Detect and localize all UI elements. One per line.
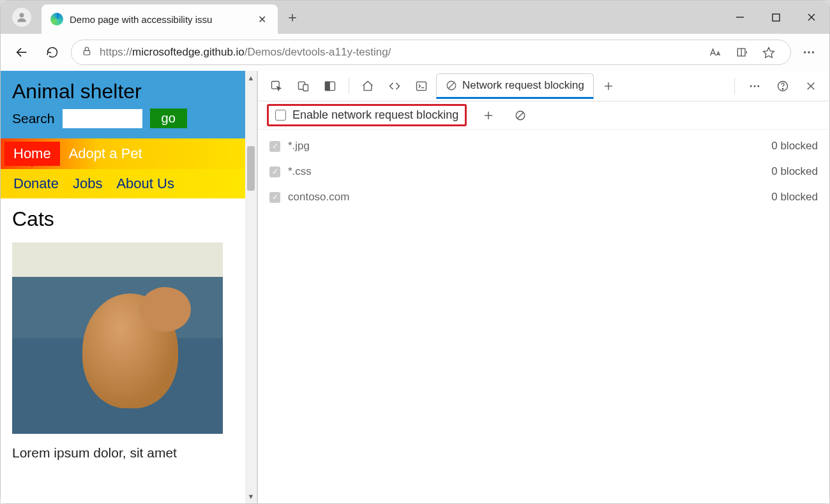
pattern-row[interactable]: ✓ *.css 0 blocked [258,159,829,184]
minimize-button[interactable] [722,1,758,34]
close-window-button[interactable] [794,1,829,34]
enable-blocking-highlight: Enable network request blocking [267,104,467,126]
blocking-toolbar: Enable network request blocking [258,101,829,130]
add-tab-button[interactable] [596,74,621,98]
page-viewport: Animal shelter Search go Home Adopt a Pe… [1,71,257,503]
book-speaker-icon [736,46,748,59]
device-toggle-button[interactable] [291,74,315,98]
ellipsis-icon [802,45,816,59]
svg-rect-13 [303,84,308,91]
pattern-checkbox[interactable]: ✓ [269,141,280,152]
pattern-row[interactable]: ✓ contoso.com 0 blocked [258,184,829,210]
console-tab-button[interactable] [409,74,434,98]
ellipsis-icon [748,80,761,93]
tab-title: Demo page with accessibility issu [70,14,249,25]
arrow-left-icon [15,45,29,59]
console-icon [415,80,428,93]
sub-nav: Donate Jobs About Us [1,169,245,198]
scroll-down-icon[interactable]: ▼ [245,491,257,502]
subnav-donate[interactable]: Donate [13,175,59,192]
reading-mode-button[interactable] [730,41,753,64]
pattern-count: 0 blocked [771,140,818,152]
pattern-count: 0 blocked [771,165,818,178]
svg-rect-2 [773,14,780,21]
svg-point-22 [750,85,752,87]
scroll-up-icon[interactable]: ▲ [245,72,257,84]
svg-point-10 [812,51,814,53]
read-aloud-button[interactable] [704,41,727,64]
maximize-icon [772,13,780,22]
text-size-icon [709,46,721,59]
devtools-pane: Network request blocking Enable network … [257,71,829,503]
elements-tab-button[interactable] [382,74,407,98]
maximize-button[interactable] [758,1,794,34]
plus-icon [603,80,614,92]
new-tab-button[interactable]: ＋ [278,1,307,34]
add-pattern-button[interactable] [478,105,499,126]
close-icon [807,13,816,22]
cat-image [12,242,223,434]
pattern-list: ✓ *.jpg 0 blocked ✓ *.css 0 blocked ✓ co… [258,130,829,214]
svg-rect-15 [326,82,330,90]
lorem-text: Lorem ipsum dolor, sit amet [12,445,234,461]
pattern-text: contoso.com [288,191,349,204]
main-nav: Home Adopt a Pet [1,138,245,169]
enable-blocking-checkbox[interactable] [275,110,286,121]
content-area: Animal shelter Search go Home Adopt a Pe… [1,71,829,503]
welcome-tab-button[interactable] [356,74,380,98]
search-label: Search [12,111,55,126]
address-bar[interactable]: https://microsoftedge.github.io/Demos/de… [71,40,791,65]
enable-blocking-label: Enable network request blocking [292,108,458,122]
pattern-count: 0 blocked [771,191,818,204]
svg-point-8 [804,51,806,53]
url-text: https://microsoftedge.github.io/Demos/de… [100,46,391,59]
browser-toolbar: https://microsoftedge.github.io/Demos/de… [1,34,829,71]
profile-button[interactable] [12,8,31,27]
scroll-thumb[interactable] [247,146,255,191]
subnav-jobs[interactable]: Jobs [73,175,102,192]
pattern-text: *.css [288,165,312,178]
svg-rect-6 [84,50,89,55]
svg-line-32 [518,112,524,118]
svg-point-26 [782,88,783,89]
block-icon [446,80,457,91]
nav-item-adopt[interactable]: Adopt a Pet [60,142,151,166]
edge-logo-icon [50,13,63,26]
refresh-button[interactable] [40,40,64,64]
devtools-more-button[interactable] [743,74,767,98]
home-icon [361,80,374,93]
browser-window: Demo page with accessibility issu ✕ ＋ ht… [0,0,830,504]
browser-tab[interactable]: Demo page with accessibility issu ✕ [42,4,278,34]
network-blocking-tab[interactable]: Network request blocking [436,73,594,99]
pattern-text: *.jpg [288,140,310,152]
nav-item-home[interactable]: Home [4,142,60,166]
inspect-icon [270,80,283,93]
pattern-row[interactable]: ✓ *.jpg 0 blocked [258,133,829,159]
clear-patterns-button[interactable] [510,105,531,126]
dock-button[interactable] [318,74,342,98]
search-go-button[interactable]: go [150,108,187,128]
devices-icon [297,80,310,93]
subnav-about[interactable]: About Us [116,175,174,192]
search-input[interactable] [63,109,142,128]
back-button[interactable] [10,40,34,64]
refresh-icon [46,46,59,59]
pattern-checkbox[interactable]: ✓ [269,167,280,177]
tab-close-button[interactable]: ✕ [255,11,269,28]
inspect-button[interactable] [264,74,289,98]
pattern-checkbox[interactable]: ✓ [269,192,280,203]
settings-menu-button[interactable] [797,41,820,64]
plus-icon [483,110,494,121]
devtools-help-button[interactable] [771,74,795,98]
page-scrollbar[interactable]: ▲ ▼ [245,71,257,503]
devtools-tabbar: Network request blocking [258,71,829,101]
window-controls [722,1,829,34]
dock-icon [324,80,336,93]
minimize-icon [736,13,744,22]
devtools-close-button[interactable] [799,74,823,98]
block-icon [515,110,526,121]
svg-rect-16 [417,82,426,90]
code-icon [388,80,402,93]
favorite-button[interactable] [757,41,780,64]
close-icon [806,81,816,91]
